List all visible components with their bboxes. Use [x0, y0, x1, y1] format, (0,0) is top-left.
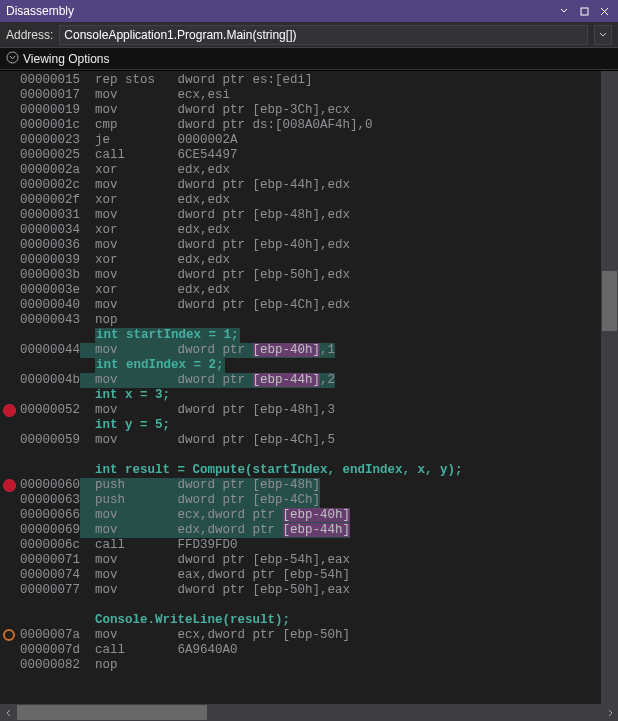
code-line[interactable]: 00000082 nop [20, 658, 601, 673]
address-label: Address: [6, 28, 53, 42]
code-line[interactable]: int endIndex = 2; [20, 358, 601, 373]
code-line[interactable]: 0000007d call 6A9640A0 [20, 643, 601, 658]
horizontal-scrollbar[interactable] [0, 704, 618, 721]
tracepoint-marker[interactable] [3, 629, 15, 641]
scroll-left-button[interactable] [0, 704, 17, 721]
close-button[interactable] [596, 3, 612, 19]
viewing-options-label: Viewing Options [23, 52, 110, 66]
code-line[interactable]: 00000060 push dword ptr [ebp-48h] [20, 478, 601, 493]
scroll-right-button[interactable] [601, 704, 618, 721]
code-line[interactable]: 00000017 mov ecx,esi [20, 88, 601, 103]
code-line[interactable]: int result = Compute(startIndex, endInde… [20, 463, 601, 478]
code-line[interactable]: 00000077 mov dword ptr [ebp-50h],eax [20, 583, 601, 598]
code-line[interactable] [20, 598, 601, 613]
code-line[interactable]: 00000040 mov dword ptr [ebp-4Ch],edx [20, 298, 601, 313]
code-line[interactable]: 00000074 mov eax,dword ptr [ebp-54h] [20, 568, 601, 583]
code-line[interactable]: 00000036 mov dword ptr [ebp-40h],edx [20, 238, 601, 253]
code-line[interactable]: 00000063 push dword ptr [ebp-4Ch] [20, 493, 601, 508]
viewing-options-bar[interactable]: Viewing Options [0, 48, 618, 70]
window-title: Disassembly [6, 4, 556, 18]
code-line[interactable]: 00000071 mov dword ptr [ebp-54h],eax [20, 553, 601, 568]
address-bar: Address: [0, 22, 618, 48]
code-line[interactable]: 0000006c call FFD39FD0 [20, 538, 601, 553]
code-line[interactable]: 00000015 rep stos dword ptr es:[edi] [20, 73, 601, 88]
vertical-scrollbar[interactable] [601, 71, 618, 704]
code-line[interactable]: 00000019 mov dword ptr [ebp-3Ch],ecx [20, 103, 601, 118]
dropdown-button[interactable] [556, 3, 572, 19]
code-line[interactable]: 0000004b mov dword ptr [ebp-44h],2 [20, 373, 601, 388]
code-line[interactable]: 00000052 mov dword ptr [ebp-48h],3 [20, 403, 601, 418]
code-line[interactable]: 0000002f xor edx,edx [20, 193, 601, 208]
disassembly-content: 00000015 rep stos dword ptr es:[edi]0000… [0, 70, 618, 704]
expand-icon[interactable] [6, 51, 19, 67]
breakpoint-marker[interactable] [3, 479, 16, 492]
code-line[interactable]: 00000034 xor edx,edx [20, 223, 601, 238]
code-line[interactable]: 00000031 mov dword ptr [ebp-48h],edx [20, 208, 601, 223]
svg-point-1 [7, 52, 18, 63]
code-line[interactable]: 00000069 mov edx,dword ptr [ebp-44h] [20, 523, 601, 538]
code-line[interactable]: 0000002a xor edx,edx [20, 163, 601, 178]
code-line[interactable]: 00000023 je 0000002A [20, 133, 601, 148]
code-line[interactable]: 00000043 nop [20, 313, 601, 328]
code-line[interactable]: 00000025 call 6CE54497 [20, 148, 601, 163]
breakpoint-gutter[interactable] [0, 71, 20, 704]
address-input[interactable] [59, 25, 588, 45]
svg-rect-0 [581, 8, 588, 15]
address-dropdown-button[interactable] [594, 25, 612, 45]
code-line[interactable]: Console.WriteLine(result); [20, 613, 601, 628]
code-line[interactable]: int x = 3; [20, 388, 601, 403]
code-line[interactable]: 0000007a mov ecx,dword ptr [ebp-50h] [20, 628, 601, 643]
code-line[interactable]: 0000002c mov dword ptr [ebp-44h],edx [20, 178, 601, 193]
vertical-scroll-thumb[interactable] [602, 271, 617, 331]
titlebar: Disassembly [0, 0, 618, 22]
code-line[interactable]: 00000039 xor edx,edx [20, 253, 601, 268]
code-line[interactable]: int startIndex = 1; [20, 328, 601, 343]
code-line[interactable]: 00000044 mov dword ptr [ebp-40h],1 [20, 343, 601, 358]
code-line[interactable]: 0000003e xor edx,edx [20, 283, 601, 298]
code-line[interactable]: 0000001c cmp dword ptr ds:[008A0AF4h],0 [20, 118, 601, 133]
window-buttons [556, 3, 612, 19]
disassembly-code[interactable]: 00000015 rep stos dword ptr es:[edi]0000… [20, 71, 601, 704]
code-line[interactable]: 00000066 mov ecx,dword ptr [ebp-40h] [20, 508, 601, 523]
maximize-button[interactable] [576, 3, 592, 19]
code-line[interactable]: 00000059 mov dword ptr [ebp-4Ch],5 [20, 433, 601, 448]
breakpoint-marker[interactable] [3, 404, 16, 417]
code-line[interactable]: 0000003b mov dword ptr [ebp-50h],edx [20, 268, 601, 283]
code-line[interactable]: int y = 5; [20, 418, 601, 433]
code-line[interactable] [20, 448, 601, 463]
horizontal-scroll-thumb[interactable] [17, 705, 207, 720]
horizontal-scroll-track[interactable] [17, 704, 601, 721]
